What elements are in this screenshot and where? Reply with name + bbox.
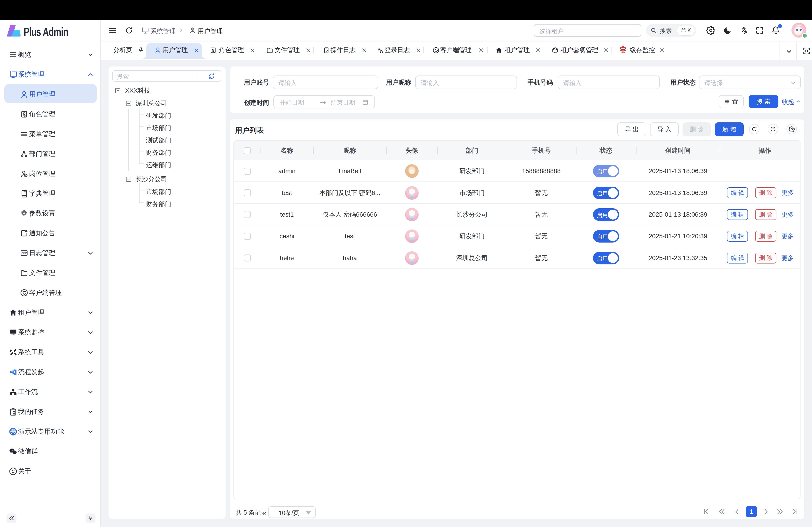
svg-text:redis: redis: [621, 51, 625, 54]
svg-text:DEV: DEV: [21, 252, 27, 255]
